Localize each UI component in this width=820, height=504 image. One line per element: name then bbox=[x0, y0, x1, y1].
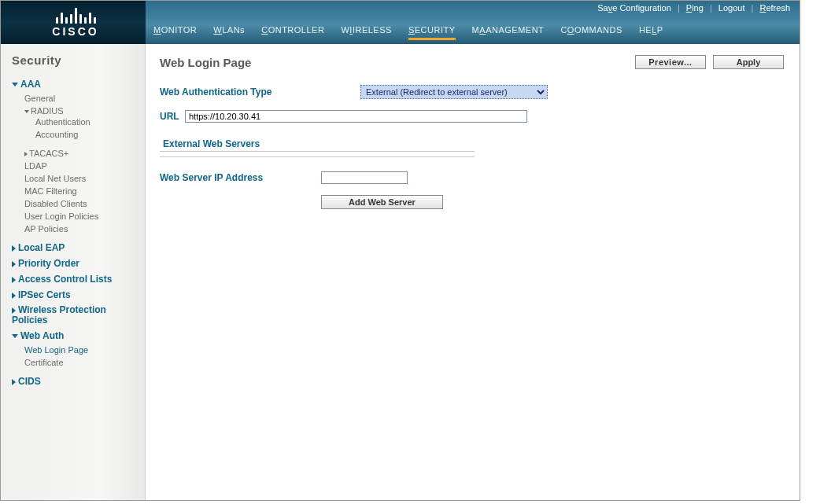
nav-management[interactable]: MAANAGEMENT bbox=[472, 25, 545, 38]
auth-type-select[interactable]: External (Redirect to external server) bbox=[360, 85, 548, 99]
save-config-link[interactable]: Save Configuration bbox=[597, 3, 671, 13]
tree-local-eap[interactable]: Local EAP bbox=[12, 240, 137, 256]
chevron-right-icon bbox=[12, 261, 16, 267]
chevron-right-icon bbox=[24, 152, 28, 156]
apply-button[interactable]: Apply bbox=[713, 55, 784, 69]
url-label: URL bbox=[160, 111, 185, 122]
tree-wireless-protection[interactable]: Wireless Protection Policies bbox=[12, 303, 137, 328]
tree-tacacs[interactable]: TACACS+ bbox=[24, 147, 137, 160]
rule-1 bbox=[160, 151, 475, 152]
sidebar: Security AAA General RADIUS Authenticati… bbox=[1, 44, 146, 500]
tree-certificate[interactable]: Certificate bbox=[24, 356, 137, 369]
content-area: Web Login Page Preview... Apply Web Auth… bbox=[146, 44, 800, 500]
tree-acl[interactable]: Access Control Lists bbox=[12, 271, 137, 287]
chevron-down-icon bbox=[12, 83, 18, 86]
chevron-right-icon bbox=[12, 245, 16, 252]
chevron-right-icon bbox=[12, 379, 16, 385]
sidebar-title: Security bbox=[12, 53, 137, 67]
refresh-link[interactable]: Refresh bbox=[759, 3, 790, 13]
ip-input[interactable] bbox=[321, 171, 408, 184]
tree-radius[interactable]: RADIUS Authentication Accounting bbox=[24, 105, 137, 147]
page-action-buttons: Preview... Apply bbox=[630, 55, 784, 69]
nav-help[interactable]: HELP bbox=[639, 25, 663, 38]
page-title: Web Login Page bbox=[160, 56, 251, 69]
tree-general[interactable]: General bbox=[24, 92, 137, 105]
tree-mac-filtering[interactable]: MAC Filtering bbox=[24, 185, 137, 197]
header-bar: CISCO Save Configuration | Ping | Logout… bbox=[1, 1, 800, 44]
nav-controller[interactable]: CONTROLLER bbox=[261, 25, 324, 38]
tree-priority-order[interactable]: Priority Order bbox=[12, 256, 137, 271]
brand-name: CISCO bbox=[44, 25, 107, 38]
logout-link[interactable]: Logout bbox=[718, 3, 745, 13]
tree-local-net-users[interactable]: Local Net Users bbox=[24, 172, 137, 185]
nav-monitor[interactable]: MONITOR bbox=[153, 25, 197, 38]
chevron-right-icon bbox=[12, 307, 16, 314]
tree-web-login-page[interactable]: Web Login Page bbox=[24, 344, 137, 356]
chevron-down-icon bbox=[12, 334, 18, 338]
nav-tree: AAA General RADIUS Authentication Accoun… bbox=[12, 76, 137, 389]
url-input[interactable] bbox=[185, 110, 527, 123]
chevron-right-icon bbox=[12, 292, 16, 299]
add-web-server-button[interactable]: Add Web Server bbox=[321, 195, 443, 209]
rule-2 bbox=[160, 156, 475, 157]
tree-radius-auth[interactable]: Authentication bbox=[35, 116, 137, 128]
cisco-logo: CISCO bbox=[44, 5, 107, 38]
auth-type-label: Web Authentication Type bbox=[160, 86, 360, 97]
nav-security[interactable]: SECURITY bbox=[408, 25, 456, 40]
tree-web-auth[interactable]: Web Auth bbox=[12, 328, 137, 344]
tree-aaa[interactable]: AAA bbox=[12, 76, 137, 92]
tree-disabled-clients[interactable]: Disabled Clients bbox=[24, 197, 137, 210]
tree-cids[interactable]: CIDS bbox=[12, 373, 137, 389]
nav-wlans[interactable]: WLANs bbox=[213, 25, 245, 38]
tree-user-login-policies[interactable]: User Login Policies bbox=[24, 210, 137, 223]
chevron-down-icon bbox=[24, 110, 29, 113]
main-nav: MONITOR WLANs CONTROLLER WIIRELESS SECUR… bbox=[153, 25, 793, 39]
nav-wireless[interactable]: WIIRELESS bbox=[341, 25, 391, 38]
tree-ipsec-certs[interactable]: IPSec Certs bbox=[12, 287, 137, 303]
chevron-right-icon bbox=[12, 277, 16, 283]
preview-button[interactable]: Preview... bbox=[635, 55, 706, 69]
external-servers-title: External Web Servers bbox=[163, 138, 784, 149]
ping-link[interactable]: Ping bbox=[686, 3, 704, 13]
cisco-logo-bars-icon bbox=[44, 5, 107, 24]
ip-label: Web Server IP Address bbox=[160, 172, 321, 183]
top-utility-links: Save Configuration | Ping | Logout | Ref… bbox=[596, 3, 792, 13]
nav-commands[interactable]: COOMMANDS bbox=[560, 25, 622, 38]
tree-radius-acct[interactable]: Accounting bbox=[35, 128, 137, 141]
tree-ap-policies[interactable]: AP Policies bbox=[24, 223, 137, 235]
tree-ldap[interactable]: LDAP bbox=[24, 160, 137, 172]
logo-panel: CISCO bbox=[1, 1, 146, 44]
